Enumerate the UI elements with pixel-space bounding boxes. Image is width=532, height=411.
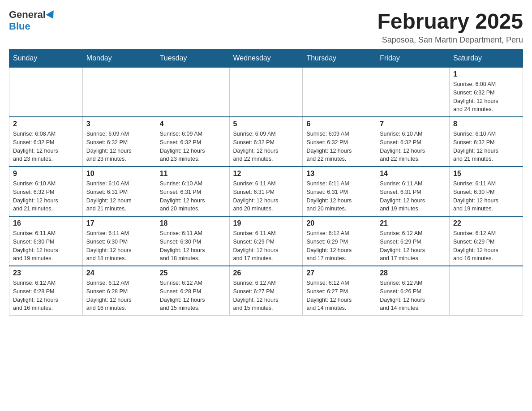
calendar-cell: 22Sunrise: 6:12 AMSunset: 6:29 PMDayligh… [450, 216, 523, 266]
calendar-cell: 17Sunrise: 6:11 AMSunset: 6:30 PMDayligh… [82, 216, 156, 266]
day-info: Sunrise: 6:08 AMSunset: 6:32 PMDaylight:… [453, 80, 519, 114]
col-header-thursday: Thursday [303, 50, 376, 68]
day-number: 24 [86, 269, 152, 277]
week-row-5: 23Sunrise: 6:12 AMSunset: 6:28 PMDayligh… [9, 266, 523, 316]
day-number: 14 [380, 170, 446, 178]
day-info: Sunrise: 6:11 AMSunset: 6:30 PMDaylight:… [13, 229, 79, 263]
col-header-wednesday: Wednesday [229, 50, 303, 68]
day-info: Sunrise: 6:11 AMSunset: 6:31 PMDaylight:… [380, 180, 446, 213]
calendar-cell [229, 67, 303, 117]
week-row-4: 16Sunrise: 6:11 AMSunset: 6:30 PMDayligh… [9, 216, 523, 266]
day-number: 6 [306, 120, 372, 128]
calendar-header-row: SundayMondayTuesdayWednesdayThursdayFrid… [9, 50, 523, 68]
day-number: 5 [233, 120, 299, 128]
page-header: General Blue February 2025 Saposoa, San … [9, 9, 523, 45]
week-row-2: 2Sunrise: 6:08 AMSunset: 6:32 PMDaylight… [9, 117, 523, 167]
day-info: Sunrise: 6:09 AMSunset: 6:32 PMDaylight:… [233, 130, 299, 163]
calendar-table: SundayMondayTuesdayWednesdayThursdayFrid… [9, 49, 523, 316]
logo: General Blue [9, 9, 56, 32]
day-info: Sunrise: 6:09 AMSunset: 6:32 PMDaylight:… [86, 130, 152, 163]
day-info: Sunrise: 6:09 AMSunset: 6:32 PMDaylight:… [160, 130, 226, 163]
day-number: 19 [233, 219, 299, 227]
calendar-cell: 18Sunrise: 6:11 AMSunset: 6:30 PMDayligh… [156, 216, 229, 266]
logo-general-text: General [9, 9, 46, 21]
day-number: 9 [13, 170, 79, 178]
week-row-3: 9Sunrise: 6:10 AMSunset: 6:32 PMDaylight… [9, 167, 523, 216]
calendar-cell: 3Sunrise: 6:09 AMSunset: 6:32 PMDaylight… [82, 117, 156, 167]
calendar-cell [82, 67, 156, 117]
day-info: Sunrise: 6:11 AMSunset: 6:30 PMDaylight:… [160, 229, 226, 263]
calendar-cell: 13Sunrise: 6:11 AMSunset: 6:31 PMDayligh… [303, 167, 376, 216]
week-row-1: 1Sunrise: 6:08 AMSunset: 6:32 PMDaylight… [9, 67, 523, 117]
day-number: 8 [453, 120, 519, 128]
day-number: 13 [306, 170, 372, 178]
day-info: Sunrise: 6:12 AMSunset: 6:28 PMDaylight:… [160, 279, 226, 313]
day-number: 27 [306, 269, 372, 277]
calendar-cell: 15Sunrise: 6:11 AMSunset: 6:30 PMDayligh… [450, 167, 523, 216]
calendar-cell: 1Sunrise: 6:08 AMSunset: 6:32 PMDaylight… [450, 67, 523, 117]
day-info: Sunrise: 6:11 AMSunset: 6:29 PMDaylight:… [233, 229, 299, 263]
day-number: 12 [233, 170, 299, 178]
col-header-friday: Friday [376, 50, 450, 68]
col-header-monday: Monday [82, 50, 156, 68]
calendar-cell: 4Sunrise: 6:09 AMSunset: 6:32 PMDaylight… [156, 117, 229, 167]
calendar-cell: 12Sunrise: 6:11 AMSunset: 6:31 PMDayligh… [229, 167, 303, 216]
day-info: Sunrise: 6:10 AMSunset: 6:31 PMDaylight:… [160, 180, 226, 213]
day-info: Sunrise: 6:11 AMSunset: 6:31 PMDaylight:… [233, 180, 299, 213]
day-number: 10 [86, 170, 152, 178]
day-number: 17 [86, 219, 152, 227]
calendar-cell: 28Sunrise: 6:12 AMSunset: 6:26 PMDayligh… [376, 266, 450, 316]
calendar-title: February 2025 [377, 9, 523, 34]
calendar-cell: 5Sunrise: 6:09 AMSunset: 6:32 PMDaylight… [229, 117, 303, 167]
day-info: Sunrise: 6:12 AMSunset: 6:29 PMDaylight:… [306, 229, 372, 263]
day-number: 28 [380, 269, 446, 277]
day-info: Sunrise: 6:11 AMSunset: 6:30 PMDaylight:… [86, 229, 152, 263]
calendar-cell: 9Sunrise: 6:10 AMSunset: 6:32 PMDaylight… [9, 167, 83, 216]
day-number: 23 [13, 269, 79, 277]
calendar-cell: 27Sunrise: 6:12 AMSunset: 6:27 PMDayligh… [303, 266, 376, 316]
calendar-cell: 10Sunrise: 6:10 AMSunset: 6:31 PMDayligh… [82, 167, 156, 216]
day-number: 2 [13, 120, 79, 128]
day-info: Sunrise: 6:08 AMSunset: 6:32 PMDaylight:… [13, 130, 79, 163]
calendar-cell: 23Sunrise: 6:12 AMSunset: 6:28 PMDayligh… [9, 266, 83, 316]
day-info: Sunrise: 6:09 AMSunset: 6:32 PMDaylight:… [306, 130, 372, 163]
day-info: Sunrise: 6:11 AMSunset: 6:30 PMDaylight:… [453, 180, 519, 213]
day-number: 25 [160, 269, 226, 277]
calendar-cell [450, 266, 523, 316]
day-number: 26 [233, 269, 299, 277]
day-info: Sunrise: 6:12 AMSunset: 6:26 PMDaylight:… [380, 279, 446, 313]
day-number: 21 [380, 219, 446, 227]
day-number: 7 [380, 120, 446, 128]
col-header-tuesday: Tuesday [156, 50, 229, 68]
calendar-cell: 7Sunrise: 6:10 AMSunset: 6:32 PMDaylight… [376, 117, 450, 167]
day-info: Sunrise: 6:12 AMSunset: 6:27 PMDaylight:… [233, 279, 299, 313]
day-number: 18 [160, 219, 226, 227]
day-number: 4 [160, 120, 226, 128]
logo-triangle-icon [46, 10, 57, 21]
calendar-cell [303, 67, 376, 117]
day-number: 1 [453, 70, 519, 78]
day-number: 22 [453, 219, 519, 227]
day-info: Sunrise: 6:12 AMSunset: 6:28 PMDaylight:… [13, 279, 79, 313]
day-number: 11 [160, 170, 226, 178]
day-info: Sunrise: 6:10 AMSunset: 6:31 PMDaylight:… [86, 180, 152, 213]
calendar-cell: 11Sunrise: 6:10 AMSunset: 6:31 PMDayligh… [156, 167, 229, 216]
calendar-cell: 26Sunrise: 6:12 AMSunset: 6:27 PMDayligh… [229, 266, 303, 316]
calendar-cell: 2Sunrise: 6:08 AMSunset: 6:32 PMDaylight… [9, 117, 83, 167]
calendar-cell: 14Sunrise: 6:11 AMSunset: 6:31 PMDayligh… [376, 167, 450, 216]
day-info: Sunrise: 6:12 AMSunset: 6:29 PMDaylight:… [453, 229, 519, 263]
calendar-cell: 24Sunrise: 6:12 AMSunset: 6:28 PMDayligh… [82, 266, 156, 316]
calendar-cell [376, 67, 450, 117]
calendar-cell: 25Sunrise: 6:12 AMSunset: 6:28 PMDayligh… [156, 266, 229, 316]
day-number: 20 [306, 219, 372, 227]
day-number: 3 [86, 120, 152, 128]
calendar-cell: 6Sunrise: 6:09 AMSunset: 6:32 PMDaylight… [303, 117, 376, 167]
calendar-cell: 19Sunrise: 6:11 AMSunset: 6:29 PMDayligh… [229, 216, 303, 266]
logo-blue-text: Blue [9, 21, 30, 32]
calendar-subtitle: Saposoa, San Martin Department, Peru [377, 35, 523, 45]
day-info: Sunrise: 6:10 AMSunset: 6:32 PMDaylight:… [13, 180, 79, 213]
day-info: Sunrise: 6:12 AMSunset: 6:29 PMDaylight:… [380, 229, 446, 263]
day-number: 16 [13, 219, 79, 227]
day-info: Sunrise: 6:10 AMSunset: 6:32 PMDaylight:… [380, 130, 446, 163]
day-info: Sunrise: 6:10 AMSunset: 6:32 PMDaylight:… [453, 130, 519, 163]
